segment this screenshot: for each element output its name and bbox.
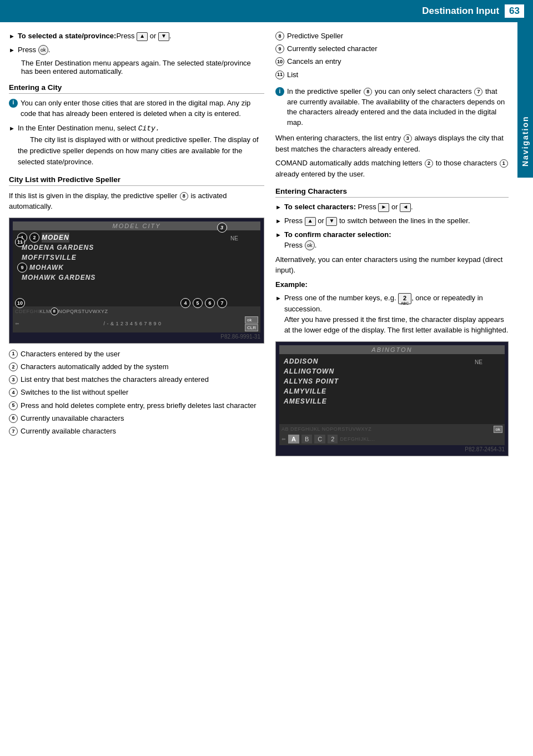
- legend-text-10: Cancels an entry: [287, 57, 341, 67]
- city-info-block: i You can only enter those cities that a…: [9, 98, 264, 119]
- legend-item-6: 6 Currently unavailable characters: [9, 414, 264, 424]
- entering-chars-heading: Entering Characters: [275, 187, 509, 198]
- numbered-items: 8 Predictive Speller 9 Currently selecte…: [275, 31, 509, 80]
- ok-btn2[interactable]: ok: [305, 240, 315, 250]
- key-down-btn2[interactable]: ▼: [326, 217, 337, 226]
- legend-text-8: Predictive Speller: [287, 31, 343, 41]
- list-row-5: MOHAWK GARDENS: [17, 273, 256, 283]
- legend: 1 Characters entered by the user 2 Chara…: [9, 349, 264, 436]
- key-right-btn[interactable]: ►: [378, 203, 389, 212]
- legend-item-10: 10 Cancels an entry: [275, 57, 509, 67]
- badge6: 6: [205, 298, 215, 308]
- badge3: 3: [217, 223, 227, 233]
- legend-text-11: List: [287, 70, 298, 80]
- legend-text-5: Press and hold deletes complete entry, p…: [21, 401, 257, 411]
- badge10: 10: [15, 298, 25, 308]
- info-icon2: i: [275, 87, 284, 96]
- ss1-item1: MODEN: [42, 233, 69, 243]
- badge7: 7: [217, 298, 227, 308]
- arrow-icon7: ►: [275, 294, 281, 303]
- confirm-char-label: To confirm character selection:: [284, 230, 391, 239]
- ss2-keyboard-chars: AB DEFGHIJKL NOPORSTUVWXYZ: [281, 426, 371, 432]
- page-header: Destination Input 63: [0, 0, 533, 22]
- ss2-ne-label: NE: [475, 359, 482, 365]
- navigation-tab: Navigation: [517, 22, 533, 178]
- confirm-char-text: To confirm character selection: Press ok…: [284, 230, 391, 251]
- ss2-row1: AB DEFGHIJKL NOPORSTUVWXYZ ok: [281, 426, 502, 433]
- num-row: / - & 1 2 3 4 5 6 7 8 9 0: [103, 321, 161, 326]
- select-chars-text: To select characters: Press ► or ◄.: [284, 202, 413, 213]
- state-province-section: ► To selected a state/province:Press ▲ o…: [9, 31, 264, 75]
- key-up-btn2[interactable]: ▲: [305, 217, 316, 226]
- ss2-item4: ALMYVILLE: [284, 386, 500, 396]
- legend-item-4: 4 Switches to the list without speller: [9, 387, 264, 397]
- badge11: 11: [15, 237, 25, 247]
- city-bullet1-text: In the Enter Destination menu, select Ci…: [18, 123, 264, 167]
- screenshot2-caption: P82.87-2454-31: [279, 446, 505, 452]
- key-2-btn[interactable]: 2 ABC: [398, 293, 411, 304]
- ss1-item3: MOFFITSVILLE: [17, 253, 256, 263]
- ok-clr-area: ok CLR: [245, 316, 258, 331]
- legend-text-2: Characters automatically added by the sy…: [21, 362, 169, 372]
- num3-badge: 3: [404, 134, 412, 143]
- speller-info-block: i In the predictive speller 8 you can on…: [275, 87, 509, 128]
- bullet1-label: To selected a state/province:: [18, 32, 117, 40]
- legend-num-10: 10: [275, 57, 284, 66]
- select-chars-label: To select characters:: [284, 203, 356, 211]
- ok-label: ok: [245, 316, 258, 324]
- legend-item-1: 1 Characters entered by the user: [9, 349, 264, 359]
- ok-btn[interactable]: ok: [38, 45, 48, 55]
- badge8: 8: [51, 308, 58, 315]
- ss2-item5: AMESVILLE: [284, 396, 500, 406]
- legend-item-5: 5 Press and hold deletes complete entry,…: [9, 401, 264, 411]
- key-left-btn[interactable]: ◄: [400, 203, 411, 212]
- switch-lines-bullet: ► Press ▲ or ▼ to switch between the lin…: [275, 216, 509, 226]
- key-up-btn[interactable]: ▲: [137, 32, 148, 41]
- legend-item-8: 8 Predictive Speller: [275, 31, 509, 41]
- legend-text-4: Switches to the list without speller: [21, 387, 128, 397]
- switch-lines-text: Press ▲ or ▼ to switch between the lines…: [284, 216, 470, 226]
- main-content: ► To selected a state/province:Press ▲ o…: [0, 22, 533, 471]
- badge5: 5: [193, 298, 203, 308]
- city-list-heading: City List with Predictive Speller: [9, 175, 264, 186]
- select-chars-bullet: ► To select characters: Press ► or ◄.: [275, 202, 509, 213]
- state-description: The Enter Destination menu appears again…: [9, 59, 264, 75]
- legend-num-2: 2: [9, 362, 18, 371]
- screenshot1: MODEL CITY 3 1 2 MODEN MODENA GARDENS MO…: [13, 221, 260, 332]
- ss1-keyboard-row1: CDEFGHIKLM8NOPQRSTUVWXYZ: [15, 308, 258, 315]
- unavailable-chars: CDEFGHI: [15, 308, 39, 314]
- legend-num-9: 9: [275, 44, 284, 53]
- legend-num-11: 11: [275, 70, 284, 79]
- ss2-more-chars: DEFGHIJKL...: [340, 436, 375, 442]
- ne-label: NE: [230, 235, 238, 241]
- state-province-bullet1: ► To selected a state/province:Press ▲ o…: [9, 31, 264, 42]
- arrow-icon6: ►: [275, 231, 281, 240]
- alt-text: Alternatively, you can enter characters …: [275, 254, 509, 276]
- num7-badge: 7: [474, 88, 482, 96]
- ss2-row2: ⬅ A B C 2 DEFGHIJKL...: [281, 435, 502, 443]
- legend-num-8: 8: [275, 32, 284, 41]
- legend-item-7: 7 Currently available characters: [9, 426, 264, 436]
- ss1-item2: MODENA GARDENS: [17, 243, 256, 253]
- legend-item-11: 11 List: [275, 70, 509, 80]
- ss1-item5: MOHAWK GARDENS: [17, 273, 95, 283]
- legend-text-6: Currently unavailable characters: [21, 414, 124, 424]
- num8-inline: 8: [180, 192, 188, 200]
- legend-text-1: Characters entered by the user: [21, 349, 120, 359]
- confirm-char-bullet: ► To confirm character selection: Press …: [275, 230, 509, 251]
- example-bullet: ► Press one of the number keys, e.g. 2 A…: [275, 293, 509, 336]
- arrow-icon: ►: [9, 32, 15, 41]
- key-2-letters: ABC: [401, 301, 409, 305]
- badge4: 4: [180, 298, 190, 308]
- legend-text-9: Currently selected character: [287, 44, 378, 54]
- ss1-keyboard-row2: ⬅ / - & 1 2 3 4 5 6 7 8 9 0 ok CLR: [15, 316, 258, 331]
- list-entry-para: When entering characters, the list entry…: [275, 133, 509, 154]
- badge2: 2: [29, 233, 39, 243]
- ss1-header: MODEL CITY 3: [13, 221, 260, 230]
- legend-text-3: List entry that best matches the charact…: [21, 375, 209, 385]
- legend-num-3: 3: [9, 375, 18, 384]
- auto-add-para: COMAND automatically adds matching lette…: [275, 158, 509, 179]
- legend-num-7: 7: [9, 427, 18, 436]
- ss1-item4: MOHAWK: [29, 263, 64, 273]
- key-down-btn[interactable]: ▼: [158, 32, 169, 41]
